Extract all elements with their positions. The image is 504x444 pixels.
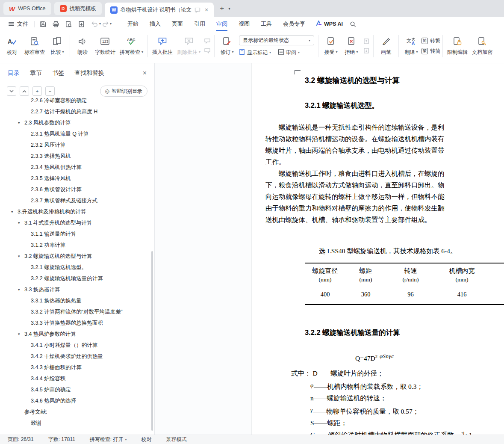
previous-comment-icon[interactable]	[204, 38, 211, 44]
standard-review-button[interactable]: 标准审查	[22, 35, 47, 58]
traditional-to-simplified-button[interactable]: 繁 转简	[421, 47, 440, 55]
expand-all-button[interactable]	[7, 86, 16, 96]
previous-revision-icon[interactable]	[363, 38, 370, 44]
next-revision-icon[interactable]	[363, 48, 370, 54]
track-changes-button[interactable]: 修订▾	[217, 35, 237, 58]
undo-caret-icon[interactable]: ▾	[99, 22, 101, 26]
toc-item[interactable]: 3.4.1 小时耗煤量（）的计算	[0, 340, 154, 351]
markup-state-select[interactable]: 显示标记的最终状态 ▾	[239, 36, 314, 45]
wps-ai-button[interactable]: WPS AI	[316, 21, 343, 27]
sidebar-tab-章节[interactable]: 章节	[30, 69, 42, 77]
accept-button[interactable]: 接受▾	[321, 35, 341, 58]
toc-item[interactable]: 3.1.1 输送量的计算	[0, 228, 154, 240]
compare-button[interactable]: 比较▾	[47, 35, 68, 58]
print-icon[interactable]	[53, 21, 59, 27]
delete-comment-button[interactable]: 删除批注▾	[175, 35, 203, 58]
search-icon[interactable]	[350, 21, 356, 27]
toc-item[interactable]: 3.4.6 热风炉的选择	[0, 395, 154, 406]
reject-button[interactable]: 拒绝▾	[341, 35, 362, 58]
toc-item[interactable]: ▾3.4 热风炉参数的计算	[0, 329, 154, 340]
toc-item[interactable]: ▾3.升运机构及排粮机构的计算	[0, 206, 154, 217]
proofread-status[interactable]: 校对	[141, 436, 152, 443]
show-markup-button[interactable]: 显示标记 ▾	[239, 49, 271, 56]
word-count-button[interactable]: 123 字数统计	[93, 35, 118, 58]
collapse-all-button[interactable]	[20, 86, 29, 96]
docer-template-tab[interactable]: D 找稻壳模板	[54, 2, 102, 15]
review-pane-button[interactable]: 审阅 ▾	[278, 49, 300, 56]
menu-item-审阅[interactable]: 审阅	[211, 17, 233, 31]
toc-item[interactable]: ▾3.1 斗式提升机的选型与计算	[0, 217, 154, 228]
collapse-caret-icon[interactable]: ▾	[18, 332, 24, 336]
toc-item[interactable]: 3.3.1 换热器的换热量	[0, 295, 154, 306]
toc-item[interactable]: 2.3.5 选择冷风机	[0, 173, 154, 184]
menu-item-会员专享[interactable]: 会员专享	[277, 17, 311, 31]
restrict-editing-button[interactable]: 限制编辑	[445, 35, 470, 58]
toc-item[interactable]: 3.2.2 螺旋输送机输送量的计算	[0, 273, 154, 284]
toc-item[interactable]: 3.4.5 炉高的确定	[0, 384, 154, 395]
toc-item[interactable]: 3.1.2 功率计算	[0, 240, 154, 251]
collapse-caret-icon[interactable]: ▾	[18, 121, 24, 125]
collapse-caret-icon[interactable]: ▾	[18, 287, 24, 292]
close-panel-icon[interactable]: ×	[143, 69, 147, 77]
comment-bubble-icon[interactable]	[195, 7, 200, 13]
collapse-caret-icon[interactable]: ▾	[18, 254, 24, 258]
menu-item-开始[interactable]: 开始	[122, 17, 144, 31]
brush-button[interactable]: 画笔	[376, 35, 396, 58]
menu-item-插入[interactable]: 插入	[144, 17, 166, 31]
document-page[interactable]: 3.2 螺旋输送机的选型与计算 3.2.1 螺旋输送机选型。 螺旋输送机是一种无…	[251, 63, 504, 435]
menu-item-页面[interactable]: 页面	[166, 17, 189, 31]
toc-item[interactable]: ▾3.2 螺旋输送机的选型与计算	[0, 251, 154, 262]
toc-item[interactable]: 2.3.4 热风机供热计算	[0, 162, 154, 173]
translate-button[interactable]: 文A 翻译▾	[401, 35, 421, 58]
toc-item[interactable]: 3.3.3 计算换热器的总换热面积	[0, 317, 154, 329]
toc-item[interactable]: 3.4.4 炉膛容积	[0, 373, 154, 384]
toc-item[interactable]: 3.3.2 计算两种流体的“对数平均温度差”	[0, 306, 154, 317]
save-icon[interactable]	[40, 21, 46, 27]
sidebar-scrollbar-thumb[interactable]	[151, 251, 153, 431]
insert-comment-button[interactable]: 插入批注	[150, 35, 175, 58]
tab-list-caret-icon[interactable]: ▾	[228, 6, 230, 11]
toc-item[interactable]: 参考文献:	[0, 406, 154, 417]
toc-item[interactable]: 2.3.6 角状管设计计算	[0, 184, 154, 195]
increase-level-button[interactable]: +	[32, 86, 42, 96]
collapse-caret-icon[interactable]: ▾	[18, 221, 24, 225]
toc-item[interactable]: 2.3.1 热风机流量 Q 计算	[0, 128, 154, 139]
print-preview-icon[interactable]	[65, 21, 72, 27]
new-tab-button[interactable]: +	[216, 3, 227, 14]
file-menu-button[interactable]: 文件	[5, 20, 32, 28]
next-comment-icon[interactable]	[204, 48, 211, 54]
menu-item-工具[interactable]: 工具	[255, 17, 277, 31]
menu-item-引用[interactable]: 引用	[189, 17, 211, 31]
toc-item[interactable]: 2.2.6 冷却室容积的确定	[0, 95, 154, 106]
redo-icon[interactable]	[102, 21, 109, 27]
sidebar-tab-查找和替换[interactable]: 查找和替换	[74, 69, 104, 77]
toc-item[interactable]: 3.2.1 螺旋输送机选型。	[0, 262, 154, 273]
simplified-to-traditional-button[interactable]: 简 转繁	[421, 37, 440, 44]
word-count-indicator[interactable]: 字数: 17811	[48, 436, 75, 443]
export-pdf-icon[interactable]	[78, 21, 85, 27]
sidebar-tab-目录[interactable]: 目录	[8, 69, 20, 77]
proofread-button[interactable]: A 校对	[2, 35, 22, 58]
wps-home-tab[interactable]: W WPS Office	[3, 2, 51, 15]
toc-item[interactable]: 3.4.3 炉栅面积的计算	[0, 362, 154, 373]
toc-item[interactable]: 2.3.7 角状管样式及链接方式	[0, 195, 154, 206]
toc-item[interactable]: 3.4.2 干燥机要求炉灶的供热量	[0, 351, 154, 362]
document-tab[interactable]: W 谷物烘干机设计 说明书（论文 ×	[105, 3, 214, 17]
toc-item[interactable]: ▾3.3 换热器计算	[0, 284, 154, 295]
redo-caret-icon[interactable]: ▾	[110, 22, 112, 26]
toc-item[interactable]: ▾2.3 风机参数的计算	[0, 117, 154, 128]
menu-item-视图[interactable]: 视图	[233, 17, 255, 31]
decrease-level-button[interactable]: −	[45, 86, 55, 96]
sidebar-tab-书签[interactable]: 书签	[52, 69, 64, 77]
toc-item[interactable]: 2.2.7 估计干燥机的总高度 H	[0, 106, 154, 117]
toc-item[interactable]: 2.3.2 风压计算	[0, 139, 154, 151]
close-tab-icon[interactable]: ×	[205, 6, 208, 13]
read-aloud-button[interactable]: 朗读	[72, 35, 93, 58]
undo-icon[interactable]	[91, 21, 98, 27]
toc-item[interactable]: 致谢	[0, 417, 154, 429]
page-indicator[interactable]: 页面: 26/31	[8, 436, 34, 443]
spell-check-toggle[interactable]: 拼写检查: 打开 ▾	[90, 436, 127, 443]
spell-check-button[interactable]: ABC 拼写检查▾	[118, 35, 145, 58]
collapse-caret-icon[interactable]: ▾	[11, 210, 18, 214]
toc-item[interactable]: 2.3.3 选择热风机	[0, 151, 154, 162]
